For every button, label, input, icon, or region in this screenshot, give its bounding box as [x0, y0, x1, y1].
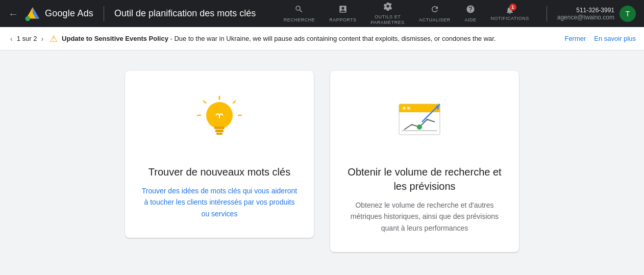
header-nav: RECHERCHE RAPPORTS OUTILS ETPARAMÈTRES A… — [277, 0, 536, 27]
help-icon — [466, 5, 475, 16]
card-desc-volume: Obtenez le volume de recherche et d'autr… — [346, 199, 503, 234]
find-keywords-card[interactable]: Trouver de nouveaux mots clés Trouver de… — [125, 71, 314, 238]
search-volume-card[interactable]: Obtenir le volume de recherche et les pr… — [330, 71, 519, 252]
svg-rect-5 — [214, 127, 225, 129]
account-divider — [547, 6, 547, 21]
alert-title: Update to Sensitive Events Policy — [62, 35, 168, 42]
nav-help-label: AIDE — [464, 17, 476, 23]
header-divider — [104, 6, 104, 21]
svg-rect-7 — [216, 133, 222, 135]
google-ads-logo-icon — [24, 6, 41, 22]
svg-point-16 — [403, 107, 406, 110]
nav-reports[interactable]: RAPPORTS — [322, 0, 363, 27]
search-icon — [294, 5, 304, 16]
refresh-icon — [430, 5, 439, 16]
nav-reports-label: RAPPORTS — [329, 17, 356, 23]
tools-icon — [383, 2, 392, 13]
svg-point-18 — [417, 124, 422, 130]
alert-prev-button[interactable]: ‹ — [8, 33, 15, 45]
account-email: agence@twaino.com — [557, 14, 614, 21]
chart-illustration — [394, 91, 455, 153]
chart-icon — [394, 94, 455, 150]
nav-tools-label: OUTILS ETPARAMÈTRES — [371, 14, 405, 26]
nav-refresh[interactable]: ACTUALISER — [412, 0, 458, 27]
lightbulb-illustration — [189, 91, 250, 153]
bell-icon: 1 — [505, 6, 514, 15]
alert-close-button[interactable]: Fermer — [564, 35, 586, 42]
nav-search[interactable]: RECHERCHE — [277, 0, 323, 27]
alert-navigation: ‹ 1 sur 2 › — [8, 33, 45, 45]
reports-icon — [338, 5, 348, 16]
account-info: 511-326-3991 agence@twaino.com — [557, 7, 614, 21]
alert-body: - Due to the war in Ukraine, we will pau… — [168, 35, 496, 42]
card-desc-find: Trouver des idées de mots clés qui vous … — [141, 185, 298, 219]
svg-line-9 — [204, 101, 206, 103]
app-logo: Google Ads — [24, 6, 93, 22]
account-section[interactable]: 511-326-3991 agence@twaino.com T — [557, 6, 636, 22]
alert-actions: Fermer En savoir plus — [564, 35, 636, 42]
nav-notifications[interactable]: 1 NOTIFICATIONS — [483, 0, 536, 27]
card-title-find: Trouver de nouveaux mots clés — [148, 165, 290, 179]
svg-rect-6 — [215, 130, 224, 132]
nav-refresh-label: ACTUALISER — [419, 17, 451, 23]
back-button[interactable]: ← — [8, 9, 18, 19]
warning-icon: ⚠ — [49, 33, 58, 44]
main-content: Trouver de nouveaux mots clés Trouver de… — [0, 51, 644, 275]
account-phone: 511-326-3991 — [557, 7, 614, 14]
avatar[interactable]: T — [620, 6, 636, 22]
notification-badge: 1 — [509, 4, 516, 11]
nav-tools[interactable]: OUTILS ETPARAMÈTRES — [364, 0, 412, 27]
svg-line-10 — [233, 101, 235, 103]
alert-more-button[interactable]: En savoir plus — [594, 35, 636, 42]
page-title: Outil de planification des mots clés — [114, 8, 270, 19]
svg-point-17 — [407, 107, 410, 110]
alert-counter: 1 sur 2 — [17, 35, 37, 42]
card-title-volume: Obtenir le volume de recherche et les pr… — [346, 165, 503, 193]
nav-search-label: RECHERCHE — [284, 17, 315, 23]
nav-notifications-label: NOTIFICATIONS — [490, 16, 529, 21]
alert-next-button[interactable]: › — [39, 33, 45, 45]
alert-text: Update to Sensitive Events Policy - Due … — [62, 35, 560, 42]
nav-help[interactable]: AIDE — [457, 0, 483, 27]
lightbulb-icon — [191, 94, 247, 150]
svg-point-2 — [26, 16, 31, 21]
alert-banner: ‹ 1 sur 2 › ⚠ Update to Sensitive Events… — [0, 27, 644, 51]
brand-name: Google Ads — [45, 8, 93, 19]
main-header: ← Google Ads Outil de planification des … — [0, 0, 644, 27]
